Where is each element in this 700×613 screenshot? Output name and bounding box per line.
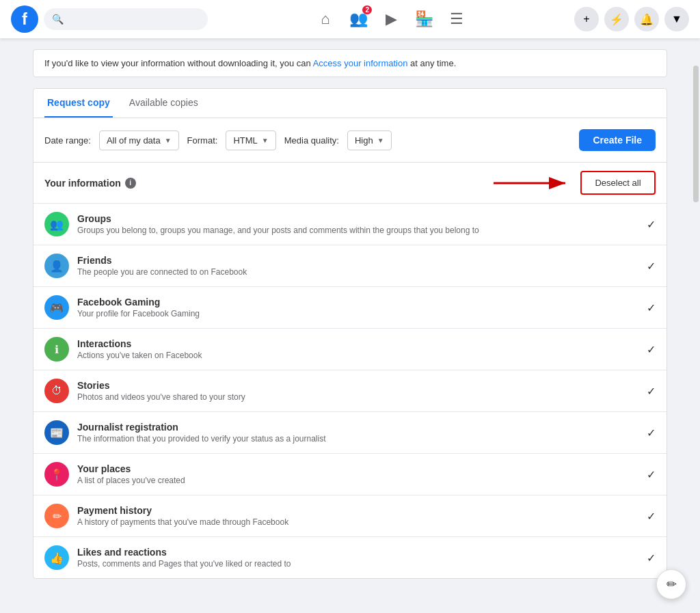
item-title: Payment history [77,505,638,516]
nav-right-buttons: + ⚡ 🔔 ▼ [574,7,689,31]
item-title: Stories [77,380,638,391]
list-item: 📰 Journalist registration The informatio… [33,411,667,453]
access-info-link[interactable]: Access your information [313,58,408,68]
your-info-title: Your information i [44,178,136,189]
friends-badge: 2 [362,5,372,14]
date-range-label: Date range: [44,135,91,146]
messenger-button[interactable]: ⚡ [604,7,629,31]
item-desc: The people you are connected to on Faceb… [77,267,638,277]
info-banner: If you'd like to view your information w… [33,49,667,77]
item-desc: A history of payments that you've made t… [77,517,638,527]
item-title: Friends [77,255,638,266]
red-arrow-icon [490,173,572,193]
list-item: 👥 Groups Groups you belong to, groups yo… [33,203,667,245]
your-info-header: Your information i Deselect all [33,162,667,203]
search-icon: 🔍 [52,14,64,25]
your-info-title-text: Your information [44,178,121,189]
data-items-list: 👥 Groups Groups you belong to, groups yo… [33,203,667,578]
item-text: Facebook Gaming Your profile for Faceboo… [77,297,638,318]
tabs-container: Request copy Available copies [33,89,667,118]
item-icon: 👤 [44,254,69,278]
format-value: HTML [233,135,257,146]
add-button[interactable]: + [574,7,599,31]
item-title: Groups [77,213,638,224]
list-item: ⏱ Stories Photos and videos you've share… [33,370,667,411]
account-button[interactable]: ▼ [664,7,689,31]
nav-center-icons: ⌂ 👥 2 ▶ 🏪 ☰ [208,4,574,34]
list-item: 👍 Likes and reactions Posts, comments an… [33,536,667,578]
main-card: Request copy Available copies Date range… [33,88,667,579]
item-text: Payment history A history of payments th… [77,505,638,527]
item-icon: 👥 [44,212,69,236]
info-banner-text: If you'd like to view your information w… [44,58,313,68]
media-quality-arrow-icon: ▼ [377,137,384,144]
home-icon[interactable]: ⌂ [310,4,340,34]
item-desc: Groups you belong to, groups you manage,… [77,226,638,235]
format-label: Format: [187,135,218,146]
item-desc: The information that you provided to ver… [77,434,638,444]
compose-button[interactable]: ✏ [656,569,686,590]
date-range-arrow-icon: ▼ [165,137,172,144]
format-dropdown[interactable]: HTML ▼ [226,131,275,150]
create-file-button[interactable]: Create File [579,129,656,151]
media-quality-dropdown[interactable]: High ▼ [347,131,392,150]
date-range-dropdown[interactable]: All of my data ▼ [99,131,179,150]
main-content: If you'd like to view your information w… [22,38,678,590]
item-desc: Photos and videos you've shared to your … [77,392,638,402]
menu-icon[interactable]: ☰ [442,4,472,34]
scrollbar-track[interactable] [692,38,700,590]
controls-row: Date range: All of my data ▼ Format: HTM… [33,118,667,162]
item-icon: 📍 [44,462,69,487]
list-item: 👤 Friends The people you are connected t… [33,245,667,286]
item-text: Interactions Actions you've taken on Fac… [77,338,638,360]
item-text: Likes and reactions Posts, comments and … [77,547,638,569]
deselect-all-button[interactable]: Deselect all [580,171,656,195]
item-checkbox[interactable]: ✓ [647,551,656,564]
top-navigation: f 🔍 ⌂ 👥 2 ▶ 🏪 ☰ + ⚡ 🔔 ▼ [0,0,700,38]
item-checkbox[interactable]: ✓ [647,301,656,314]
item-text: Groups Groups you belong to, groups you … [77,213,638,235]
notifications-button[interactable]: 🔔 [634,7,659,31]
item-title: Journalist registration [77,422,638,433]
search-bar[interactable]: 🔍 [44,8,208,30]
watch-icon[interactable]: ▶ [376,4,406,34]
item-checkbox[interactable]: ✓ [647,218,656,231]
tab-available-copies[interactable]: Available copies [126,89,201,118]
item-text: Journalist registration The information … [77,422,638,444]
item-title: Your places [77,463,638,474]
friends-icon[interactable]: 👥 2 [343,4,373,34]
deselect-area: Deselect all [490,171,656,195]
item-title: Facebook Gaming [77,297,638,308]
item-checkbox[interactable]: ✓ [647,260,656,273]
item-icon: 📰 [44,420,69,445]
item-title: Likes and reactions [77,547,638,558]
item-text: Stories Photos and videos you've shared … [77,380,638,402]
media-quality-label: Media quality: [284,135,339,146]
facebook-logo[interactable]: f [11,5,38,33]
info-circle-icon[interactable]: i [125,178,136,189]
item-checkbox[interactable]: ✓ [647,385,656,398]
nav-left: f 🔍 [11,5,208,33]
scrollbar-thumb[interactable] [693,66,699,202]
item-checkbox[interactable]: ✓ [647,510,656,523]
item-icon: 🎮 [44,295,69,320]
item-text: Your places A list of places you've crea… [77,463,638,485]
item-checkbox[interactable]: ✓ [647,426,656,439]
item-icon: 👍 [44,545,69,570]
tab-request-copy[interactable]: Request copy [44,89,113,118]
format-arrow-icon: ▼ [262,137,269,144]
item-icon: ✏ [44,504,69,528]
item-desc: Your profile for Facebook Gaming [77,309,638,318]
list-item: ✏ Payment history A history of payments … [33,495,667,536]
item-checkbox[interactable]: ✓ [647,468,656,481]
marketplace-icon[interactable]: 🏪 [409,4,439,34]
item-desc: A list of places you've created [77,476,638,485]
item-checkbox[interactable]: ✓ [647,343,656,356]
media-quality-value: High [355,135,373,146]
item-icon: ℹ [44,337,69,362]
item-desc: Actions you've taken on Facebook [77,351,638,360]
item-title: Interactions [77,338,638,349]
item-desc: Posts, comments and Pages that you've li… [77,559,638,569]
info-banner-text-after: at any time. [410,58,456,68]
list-item: ℹ Interactions Actions you've taken on F… [33,328,667,370]
